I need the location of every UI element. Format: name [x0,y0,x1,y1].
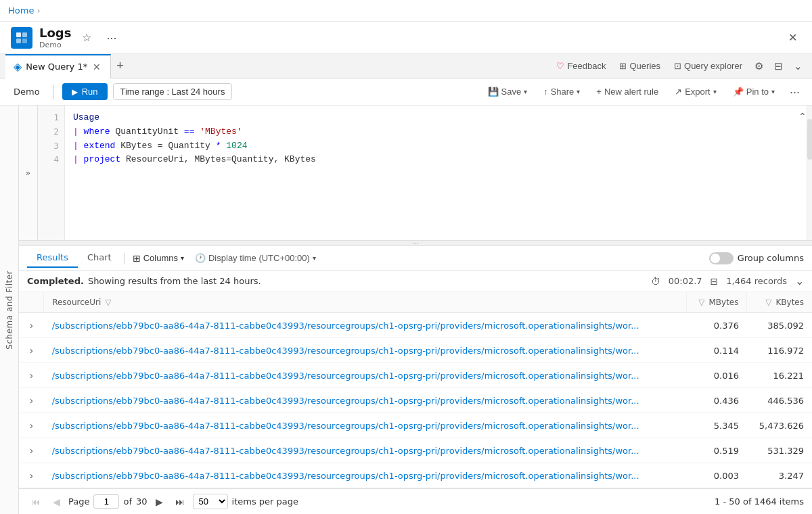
close-button[interactable]: ✕ [784,30,801,46]
query-explorer-button[interactable]: ⊡ Query explorer [669,58,748,74]
row-expand-cell: › [19,363,44,388]
status-right: ⏱ 00:02.7 ⊟ 1,464 records ⌄ [651,275,804,287]
tab-close-button[interactable]: ✕ [91,60,102,74]
resize-handle[interactable]: ··· [19,241,812,246]
queries-icon: ⊞ [619,61,627,71]
queries-button[interactable]: ⊞ Queries [614,58,666,74]
table-header-row: ResourceUri ▽ ▽ MBytes [19,292,812,313]
line-number: 4 [38,153,64,167]
line-number: 3 [38,139,64,154]
expand-row-button[interactable]: › [27,444,36,457]
export-chevron: ▾ [713,88,717,95]
code-line-2: | where QuantityUnit == 'MBytes' [73,125,804,139]
run-button[interactable]: ▶ Run [62,83,108,100]
share-chevron: ▾ [577,88,580,95]
feedback-button[interactable]: ♡ Feedback [551,58,611,74]
share-button[interactable]: ↑ Share ▾ [538,84,585,99]
columns-chevron: ▾ [181,254,184,262]
app-subtitle: Demo [39,41,71,49]
row-resource-uri: /subscriptions/ebb79bc0-aa86-44a7-8111-c… [44,438,687,463]
vertical-scrollbar[interactable] [807,106,812,240]
row-expand-cell: › [19,338,44,363]
tab-results[interactable]: Results [27,248,78,268]
row-resource-uri: /subscriptions/ebb79bc0-aa86-44a7-8111-c… [44,338,687,363]
next-page-button[interactable]: ▶ [152,494,167,509]
tab-chart[interactable]: Chart [78,248,121,268]
expand-row-button[interactable]: › [27,344,36,357]
app-title: Logs [39,26,71,41]
filter-mbytes-icon[interactable]: ▽ [698,298,704,307]
line-number: 2 [38,125,64,139]
tab-bar: ◈ New Query 1* ✕ + ♡ Feedback ⊞ Queries … [0,54,812,78]
query-tab[interactable]: ◈ New Query 1* ✕ [5,54,111,78]
table-row: › /subscriptions/ebb79bc0-aa86-44a7-8111… [19,338,812,363]
group-columns-toggle[interactable] [709,252,734,264]
page-input[interactable] [93,494,119,509]
view-toggle-button[interactable]: ⊟ [770,58,787,74]
run-icon: ▶ [72,87,78,97]
row-resource-uri: /subscriptions/ebb79bc0-aa86-44a7-8111-c… [44,413,687,438]
code-editor[interactable]: Usage | where QuantityUnit == 'MBytes' |… [65,106,812,240]
prev-page-button[interactable]: ◀ [49,494,64,509]
svg-rect-3 [22,39,27,43]
editor-results-area: » 1 2 3 4 Usage | where QuantityUnit == … [19,106,812,514]
export-button[interactable]: ↗ Export ▾ [669,84,722,99]
tab-label: New Query 1* [26,62,87,72]
clock-icon: 🕐 [195,253,206,263]
row-resource-uri: /subscriptions/ebb79bc0-aa86-44a7-8111-c… [44,388,687,413]
pin-chevron: ▾ [771,88,775,95]
table-row: › /subscriptions/ebb79bc0-aa86-44a7-8111… [19,313,812,338]
last-page-button[interactable]: ⏭ [171,494,189,509]
favorite-button[interactable]: ☆ [78,30,95,46]
filter-resource-icon[interactable]: ▽ [105,298,111,307]
columns-button[interactable]: ⊞ Columns ▾ [127,250,189,266]
expand-row-button[interactable]: › [27,319,36,332]
workspace-label: Demo [8,87,45,97]
save-icon: 💾 [488,87,499,97]
row-mbytes: 0.436 [686,388,747,413]
row-kbytes: 385.092 [747,313,812,338]
scrollbar-thumb[interactable] [807,119,812,160]
row-mbytes: 0.376 [686,313,747,338]
settings-button[interactable]: ⚙ [750,58,767,74]
execution-time: 00:02.7 [669,276,702,286]
toggle-knob [710,254,720,263]
row-resource-uri: /subscriptions/ebb79bc0-aa86-44a7-8111-c… [44,313,687,338]
run-label: Run [82,87,98,97]
collapse-sidebar-btn[interactable]: » [19,106,38,240]
row-expand-cell: › [19,463,44,488]
per-page-select[interactable]: 50 100 200 [193,494,228,509]
save-button[interactable]: 💾 Save ▾ [482,84,533,99]
alert-icon: + [596,87,602,97]
row-expand-cell: › [19,388,44,413]
expand-row-button[interactable]: › [27,369,36,382]
display-time-button[interactable]: 🕐 Display time (UTC+00:00) ▾ [189,250,321,266]
time-range-button[interactable]: Time range : Last 24 hours [113,83,233,100]
layout-button[interactable]: ⌄ [790,58,807,74]
more-options-button[interactable]: ··· [102,29,120,47]
toolbar: Demo ▶ Run Time range : Last 24 hours 💾 … [0,78,812,106]
expand-results-button[interactable]: ⌄ [795,275,804,287]
new-tab-button[interactable]: + [111,56,129,76]
line-numbers: 1 2 3 4 [38,106,65,240]
app-icon [11,27,32,49]
first-page-button[interactable]: ⏮ [27,494,45,509]
expand-row-button[interactable]: › [27,394,36,407]
share-icon: ↑ [543,87,548,97]
schema-filter-panel[interactable]: Schema and Filter [0,106,19,514]
breadcrumb: Home › [8,5,41,16]
svg-rect-2 [16,39,21,43]
columns-icon: ⊞ [133,253,141,264]
collapse-editor-button[interactable]: ⌃ [798,111,807,122]
more-toolbar-button[interactable]: ··· [786,83,804,101]
svg-rect-1 [22,32,27,37]
table-row: › /subscriptions/ebb79bc0-aa86-44a7-8111… [19,438,812,463]
breadcrumb-bar: Home › [0,0,812,22]
filter-kbytes-icon[interactable]: ▽ [765,298,771,307]
expand-row-button[interactable]: › [27,419,36,432]
new-alert-button[interactable]: + New alert rule [591,84,664,99]
pin-to-button[interactable]: 📌 Pin to ▾ [727,84,780,99]
breadcrumb-home[interactable]: Home [8,5,34,16]
results-table: ResourceUri ▽ ▽ MBytes [19,292,812,488]
expand-row-button[interactable]: › [27,469,36,482]
